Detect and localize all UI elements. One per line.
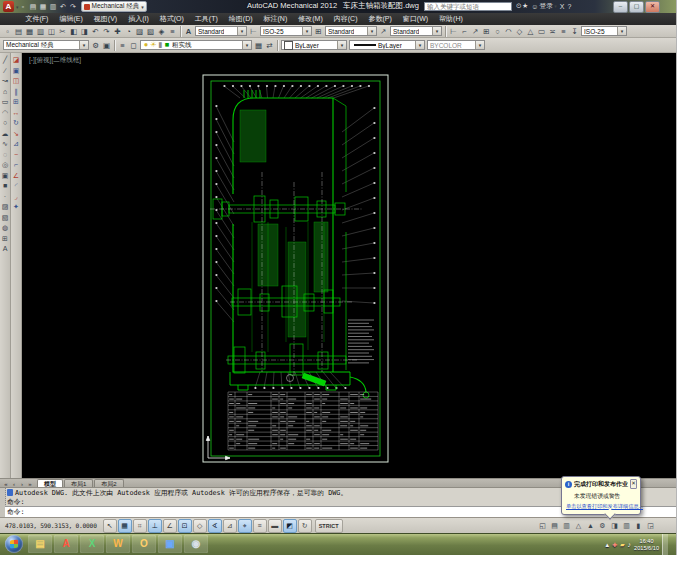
coordinates-readout[interactable]: 478.0103, 590.3153, 0.0000 xyxy=(0,522,103,529)
linetype-combo[interactable]: ByLayer ▾ xyxy=(349,40,425,50)
balloon-details-link[interactable]: 单击以查看打印和发布详细信息... xyxy=(566,503,637,510)
circle-icon[interactable]: ○ xyxy=(0,118,10,129)
properties-icon[interactable]: ◈ xyxy=(156,26,167,37)
pan-icon[interactable]: ✚ xyxy=(112,26,123,37)
zoom-window-icon[interactable]: ▨ xyxy=(134,26,145,37)
tolerance-icon[interactable]: ◇ xyxy=(514,26,525,37)
model-space-button[interactable]: ◱ xyxy=(537,520,548,532)
exchange-apps-icon[interactable]: X xyxy=(560,3,565,10)
quickprops-toggle[interactable]: ◩ xyxy=(283,519,297,533)
color-combo[interactable]: ByLayer ▾ xyxy=(281,40,347,50)
menu-window[interactable]: 窗口(W) xyxy=(397,13,433,25)
tray-lock-icon[interactable]: ▮ xyxy=(633,520,644,532)
line-icon[interactable]: ╱ xyxy=(0,55,10,66)
menu-format[interactable]: 格式(O) xyxy=(154,13,189,25)
tray-up-icon[interactable]: ▴ xyxy=(605,541,609,549)
viewer-icon[interactable]: ▣ xyxy=(158,535,182,553)
annotation-scale-icon[interactable]: △ xyxy=(573,520,584,532)
table-icon[interactable]: ⊞ xyxy=(0,234,10,245)
rectangle-icon[interactable]: ▭ xyxy=(0,97,10,108)
hatch-icon[interactable]: ▨ xyxy=(0,202,10,213)
layer-on-icon[interactable]: ● xyxy=(143,40,149,51)
insert-block-icon[interactable]: ▣ xyxy=(0,171,10,182)
dyn-toggle[interactable]: ⌖ xyxy=(238,519,252,533)
ellipse-icon[interactable]: ◌ xyxy=(0,150,10,161)
menu-content[interactable]: 内容(C) xyxy=(328,13,363,25)
fits-icon[interactable]: ≍ xyxy=(547,26,558,37)
star-icon[interactable]: ★ xyxy=(522,2,528,9)
autocad-icon[interactable]: A xyxy=(54,535,78,553)
maximize-button[interactable]: ▢ xyxy=(629,1,644,13)
menu-insert[interactable]: 插入(I) xyxy=(123,13,155,25)
chamfer-icon[interactable]: ◜ xyxy=(11,181,21,192)
taskbar-clock[interactable]: 16:40 2015/6/10 xyxy=(634,538,659,552)
explorer-icon[interactable]: ▤ xyxy=(28,535,52,553)
infer-constraints-toggle[interactable]: ↖ xyxy=(103,519,117,533)
volume-icon[interactable]: ♪ xyxy=(628,541,632,549)
osnap3d-toggle[interactable]: ◇ xyxy=(193,519,207,533)
point-icon[interactable]: · xyxy=(0,192,10,203)
grid-toggle[interactable]: ⌗ xyxy=(133,519,147,533)
undo-icon[interactable]: ↶ xyxy=(90,26,101,37)
plot-icon[interactable]: ▥ xyxy=(35,26,46,37)
layer-previous-icon[interactable]: ⇄ xyxy=(264,40,275,51)
quickview-layouts-button[interactable]: ▤ xyxy=(549,520,560,532)
mirror-icon[interactable]: ◫ xyxy=(11,76,21,87)
mtext-icon[interactable]: A xyxy=(0,244,10,255)
otrack-toggle[interactable]: ∢ xyxy=(208,519,222,533)
redo-icon[interactable]: ↷ xyxy=(69,2,78,11)
lineweight-combo[interactable]: BYCOLOR ▾ xyxy=(427,40,485,50)
arc-tool-icon[interactable]: ◠ xyxy=(503,26,514,37)
outlook-icon[interactable]: O xyxy=(132,535,156,553)
annotation-visibility-icon[interactable]: ▲ xyxy=(585,520,596,532)
stretch-icon[interactable]: ⊿ xyxy=(11,139,21,150)
wps-icon[interactable]: W xyxy=(106,535,130,553)
text-style-combo[interactable]: Standard ▾ xyxy=(195,26,247,36)
power-dim-icon[interactable]: ⊢ xyxy=(448,26,459,37)
help-icon[interactable]: ? xyxy=(568,3,572,10)
taper-icon[interactable]: △ xyxy=(525,26,536,37)
mleader-style-combo[interactable]: Standard ▾ xyxy=(390,26,442,36)
ellipse-arc-icon[interactable]: ◎ xyxy=(0,160,10,171)
layer-combo[interactable]: ●☀▮■ 粗实线 ▾ xyxy=(140,40,252,50)
paste-icon[interactable]: ◨ xyxy=(79,26,90,37)
zoom-previous-icon[interactable]: ▧ xyxy=(145,26,156,37)
array-icon[interactable]: ⊞ xyxy=(11,97,21,108)
workspace-combo[interactable]: Mechanical 经典 ▾ xyxy=(81,1,147,12)
workspace-save-icon[interactable]: ▣ xyxy=(101,40,112,51)
polar-toggle[interactable]: ∠ xyxy=(163,519,177,533)
leader-icon[interactable]: ↗ xyxy=(470,26,481,37)
close-button[interactable]: ✕ xyxy=(645,1,660,13)
new-file-icon[interactable]: ▫ xyxy=(19,2,28,11)
new-icon[interactable]: ▫ xyxy=(2,26,13,37)
infocenter-search-input[interactable] xyxy=(424,2,512,11)
workspace-switch-icon[interactable]: ◨ xyxy=(609,520,620,532)
break-icon[interactable]: ∠ xyxy=(11,171,21,182)
mech-dim-style-combo[interactable]: ISO-25 ▾ xyxy=(581,26,627,36)
cleanscreen-button[interactable]: ◲ xyxy=(645,520,656,532)
tray-center-icon[interactable]: ✚ xyxy=(612,541,617,549)
menu-file[interactable]: 文件(F) xyxy=(20,13,54,25)
save-icon[interactable]: ▦ xyxy=(39,2,48,11)
open-file-icon[interactable]: ▤ xyxy=(29,2,38,11)
balloon-close-icon[interactable]: ✕ xyxy=(630,479,637,489)
osnap-toggle[interactable]: ⊡ xyxy=(178,519,192,533)
make-current-icon[interactable]: ▦ xyxy=(253,40,264,51)
cut-icon[interactable]: ✂ xyxy=(57,26,68,37)
copy-icon[interactable]: ◧ xyxy=(68,26,79,37)
tray-battery-icon[interactable]: ▰ xyxy=(620,541,625,549)
plot-icon[interactable]: ▥ xyxy=(49,2,58,11)
copy-icon[interactable]: ▣ xyxy=(11,66,21,77)
list-icon[interactable]: ≡ xyxy=(558,26,569,37)
zoom-realtime-icon[interactable]: ◔ xyxy=(123,26,134,37)
minimize-button[interactable]: – xyxy=(613,1,628,13)
menu-draw[interactable]: 绘图(D) xyxy=(223,13,258,25)
selectioncycling-toggle[interactable]: ↻ xyxy=(298,519,312,533)
rotate-icon[interactable]: ↻ xyxy=(11,118,21,129)
search-go-icon[interactable]: ⊙★ xyxy=(516,2,528,10)
gradient-icon[interactable]: ▧ xyxy=(0,213,10,224)
xline-icon[interactable]: ∕ xyxy=(0,66,10,77)
signin-button[interactable]: ☺ 登录 ▾ xyxy=(531,1,557,11)
open-icon[interactable]: ▤ xyxy=(13,26,24,37)
transparency-toggle[interactable]: ▬ xyxy=(268,519,282,533)
